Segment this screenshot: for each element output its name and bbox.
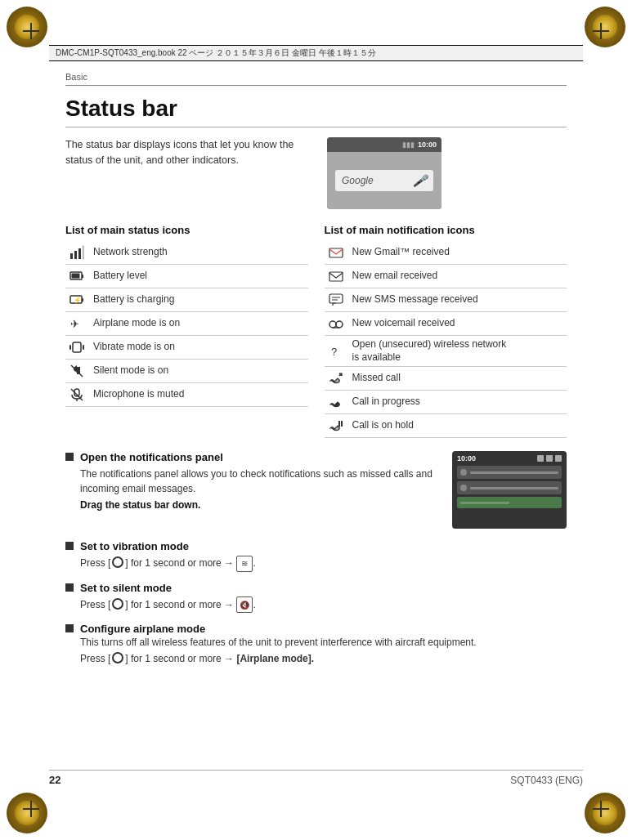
notif-row-missed: Missed call xyxy=(325,367,567,391)
voicemail-icon xyxy=(325,315,347,333)
notif-row-voicemail: New voicemail received xyxy=(325,312,567,336)
silent-label: Silent mode is on xyxy=(93,364,168,378)
notif-icons xyxy=(537,455,562,462)
reg-mark-tr xyxy=(593,23,609,39)
open-notif-heading: Open the notifications panel xyxy=(65,451,436,463)
notif-panel-item-3 xyxy=(457,497,562,508)
svg-rect-29 xyxy=(338,421,340,427)
status-row-silent: Silent mode is on xyxy=(65,360,308,383)
status-row-charging: ⚡ Battery is charging xyxy=(65,288,308,312)
svg-rect-12 xyxy=(69,345,71,350)
airplane-press: Press [] for 1 second or more → [Airplan… xyxy=(80,650,567,664)
svg-rect-30 xyxy=(341,421,343,427)
icon-tables-area: List of main status icons Network streng… xyxy=(65,224,567,438)
open-notif-title: Open the notifications panel xyxy=(80,451,223,463)
wifi-label: Open (unsecured) wireless network is ava… xyxy=(352,338,507,364)
status-row-battery: Battery level xyxy=(65,265,308,288)
notif-row-sms: New SMS message received xyxy=(325,288,567,312)
main-content: Basic Status bar The status bar displays… xyxy=(49,64,583,791)
page-title: Status bar xyxy=(65,96,567,127)
svg-rect-2 xyxy=(78,248,81,259)
drag-instruction: Drag the status bar down. xyxy=(80,499,436,511)
airplane-label: Airplane mode is on xyxy=(93,317,180,330)
notif-mockup-topbar: 10:00 xyxy=(457,454,562,462)
reg-mark-tl xyxy=(23,23,39,39)
svg-rect-5 xyxy=(82,275,83,278)
notif-time: 10:00 xyxy=(457,454,476,462)
silent-title: Set to silent mode xyxy=(80,582,172,594)
vibration-bullet-icon xyxy=(65,542,74,550)
open-notifications-section: Open the notifications panel The notific… xyxy=(65,451,567,529)
notif-green-bar xyxy=(460,502,509,504)
main-status-heading: List of main status icons xyxy=(65,224,308,236)
svg-point-23 xyxy=(329,321,336,328)
file-info-text: DMC-CM1P-SQT0433_eng.book 22 ページ ２０１５年３月… xyxy=(56,47,376,59)
reg-mark-bl xyxy=(23,801,39,817)
airplane-title: Configure airplane mode xyxy=(80,623,205,635)
svg-rect-6 xyxy=(72,274,80,279)
intro-text: The status bar displays icons that let y… xyxy=(65,137,311,168)
notif-row-wifi: ? Open (unsecured) wireless network is a… xyxy=(325,336,567,367)
reg-mark-br xyxy=(593,801,609,817)
notification-panel-mockup: 10:00 xyxy=(452,451,567,529)
vibration-press: Press [] for 1 second or more → ≋. xyxy=(80,555,567,572)
network-label: Network strength xyxy=(93,246,168,259)
airplane-section: Configure airplane mode This turns off a… xyxy=(65,623,567,664)
silent-content: Set to silent mode Press [] for 1 second… xyxy=(80,582,567,614)
battery-icon xyxy=(65,267,88,285)
notif-item-line-1 xyxy=(470,471,558,474)
notif-item-dot-2 xyxy=(460,485,467,491)
section-label: Basic xyxy=(65,72,567,82)
missed-call-icon xyxy=(325,369,347,387)
notif-text-area: Open the notifications panel The notific… xyxy=(65,451,436,511)
title-rule xyxy=(65,85,567,86)
sms-label: New SMS message received xyxy=(352,293,478,306)
svg-rect-18 xyxy=(329,248,343,257)
status-row-airplane: ✈ Airplane mode is on xyxy=(65,312,308,336)
airplane-bullet: Configure airplane mode This turns off a… xyxy=(65,623,567,664)
main-status-icons-table: List of main status icons Network streng… xyxy=(65,224,308,438)
notif-icon-1 xyxy=(537,455,544,462)
notif-panel-area: Open the notifications panel The notific… xyxy=(65,451,567,529)
svg-rect-20 xyxy=(329,294,343,303)
svg-rect-0 xyxy=(70,253,73,259)
wifi-icon: ? xyxy=(325,342,347,360)
silent-bullet: Set to silent mode Press [] for 1 second… xyxy=(65,582,567,614)
svg-rect-13 xyxy=(83,345,84,350)
email-icon xyxy=(325,267,347,285)
notif-icon-2 xyxy=(546,455,553,462)
mute-label: Microphone is muted xyxy=(93,388,184,401)
charging-icon: ⚡ xyxy=(65,291,88,309)
notification-heading: List of main notification icons xyxy=(325,224,567,236)
footer-code: SQT0433 (ENG) xyxy=(510,775,583,786)
silent-bullet-icon xyxy=(65,583,74,592)
svg-text:?: ? xyxy=(331,346,337,358)
svg-rect-3 xyxy=(83,246,84,259)
svg-rect-11 xyxy=(73,342,81,352)
bullet-icon xyxy=(65,453,74,461)
vibration-section: Set to vibration mode Press [] for 1 sec… xyxy=(65,540,567,572)
voicemail-label: New voicemail received xyxy=(352,317,455,330)
vibration-title: Set to vibration mode xyxy=(80,540,189,552)
notif-item-dot-1 xyxy=(460,469,467,476)
status-row-mute: Microphone is muted xyxy=(65,383,308,407)
svg-rect-19 xyxy=(329,272,343,281)
phone-mockup: ▮▮▮ 10:00 Google 🎤 xyxy=(327,137,442,209)
vibrate-icon xyxy=(65,338,88,356)
notification-icons-table: List of main notification icons New Gmai… xyxy=(325,224,567,438)
status-row-network: Network strength xyxy=(65,241,308,265)
gmail-label: New Gmail™ received xyxy=(352,246,450,259)
svg-text:✈: ✈ xyxy=(70,318,79,330)
gmail-icon xyxy=(325,244,347,261)
phone-status-bar: ▮▮▮ 10:00 xyxy=(327,137,442,152)
svg-rect-8 xyxy=(82,298,83,302)
sms-icon xyxy=(325,291,347,309)
svg-point-24 xyxy=(336,321,343,328)
intro-area: The status bar displays icons that let y… xyxy=(65,137,567,209)
vibrate-label: Vibrate mode is on xyxy=(93,341,175,354)
call-progress-icon xyxy=(325,393,347,411)
svg-text:⚡: ⚡ xyxy=(74,296,82,304)
notif-row-gmail: New Gmail™ received xyxy=(325,241,567,265)
notif-item-line-2 xyxy=(470,487,558,489)
google-search-bar: Google 🎤 xyxy=(335,170,433,191)
